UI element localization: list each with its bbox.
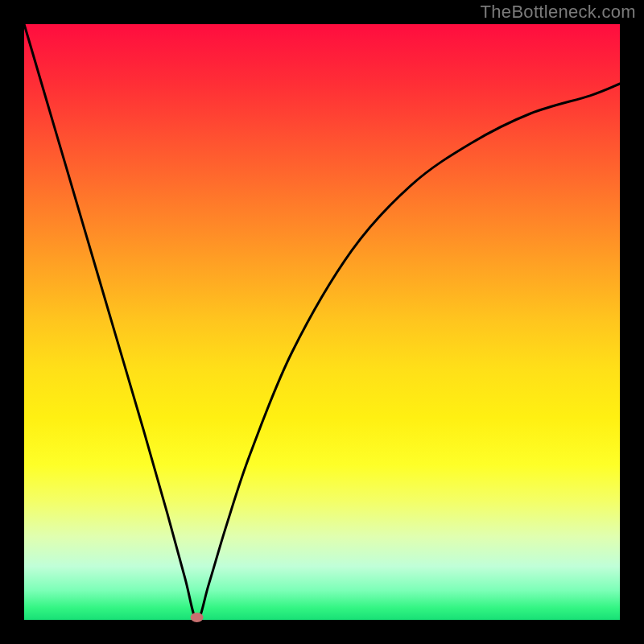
minimum-dot bbox=[191, 613, 204, 622]
curve-svg bbox=[24, 24, 620, 620]
bottleneck-curve bbox=[24, 24, 620, 620]
plot-area bbox=[24, 24, 620, 620]
watermark-text: TheBottleneck.com bbox=[481, 2, 636, 23]
chart-frame: TheBottleneck.com bbox=[0, 0, 644, 644]
